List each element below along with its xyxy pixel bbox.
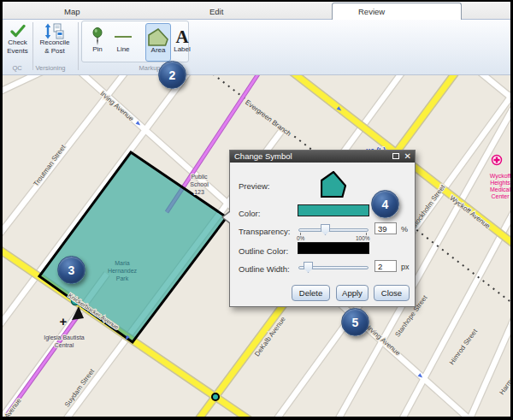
maximize-icon[interactable]: [392, 153, 399, 159]
callout-badge-2: 2: [158, 61, 186, 89]
svg-text:Heights: Heights: [490, 180, 510, 186]
svg-text:Hernandez: Hernandez: [108, 268, 138, 274]
close-icon[interactable]: ✕: [404, 151, 411, 163]
outline-width-value-input[interactable]: 2: [374, 260, 397, 272]
tab-map[interactable]: Map: [56, 4, 88, 20]
slider-min-label: 0%: [297, 235, 304, 241]
transparency-slider-thumb[interactable]: [321, 224, 330, 235]
svg-text:Park: Park: [116, 275, 129, 281]
tool-area[interactable]: Area: [145, 23, 171, 62]
check-events-button[interactable]: Check Events: [3, 21, 32, 55]
transparency-unit: %: [401, 225, 408, 234]
delete-button[interactable]: Delete: [292, 285, 330, 301]
svg-text:123: 123: [194, 189, 204, 195]
transparency-label: Transparency:: [239, 227, 290, 236]
tab-edit[interactable]: Edit: [201, 4, 232, 20]
svg-text:Medical: Medical: [490, 186, 510, 192]
dialog-titlebar[interactable]: Change Symbol ✕: [230, 151, 415, 163]
line-icon: [110, 23, 136, 45]
svg-text:Central: Central: [55, 342, 74, 348]
reconcile-post-icon: [34, 21, 75, 38]
callout-badge-3: 3: [57, 256, 86, 284]
slider-max-label: 100%: [356, 235, 370, 241]
symbol-preview: [321, 171, 346, 198]
church-label: Iglesia Bautista: [44, 334, 85, 341]
application-window: Map Edit Review Check Events QC: [0, 0, 513, 420]
outline-width-slider-thumb[interactable]: [304, 262, 313, 273]
close-button[interactable]: Close: [374, 285, 410, 301]
fill-color-swatch[interactable]: [298, 204, 369, 216]
street-label-troutman: Troutman Street: [32, 143, 68, 187]
tool-pin[interactable]: Pin: [85, 23, 110, 62]
tool-line[interactable]: Line: [110, 23, 136, 62]
tool-label[interactable]: A Label: [173, 23, 192, 62]
pin-icon: [85, 23, 110, 45]
svg-text:School: School: [190, 181, 209, 187]
station-dot: [212, 393, 219, 400]
markup-tool-panel: Pin Line Area A Label: [81, 21, 189, 62]
dialog-title: Change Symbol: [234, 151, 292, 161]
street-label-harman: Harman Street: [498, 355, 510, 396]
callout-badge-4: 4: [371, 190, 399, 218]
outline-width-unit: px: [401, 263, 410, 271]
transparency-slider[interactable]: [298, 228, 369, 232]
group-divider: [78, 22, 79, 70]
color-label: Color:: [239, 209, 260, 218]
group-divider: [32, 22, 33, 70]
ribbon-tab-row: Map Edit Review: [3, 2, 510, 20]
area-icon: [146, 24, 170, 46]
group-label-versioning: Versioning: [25, 64, 76, 72]
outline-color-swatch[interactable]: [298, 242, 369, 254]
tab-review[interactable]: Review: [332, 3, 462, 20]
preview-label: Preview:: [239, 181, 269, 191]
transparency-value-input[interactable]: 39: [374, 222, 397, 234]
park-label: Maria: [115, 260, 130, 266]
label-icon: A: [173, 23, 192, 45]
outline-width-label: Outline Width:: [239, 264, 290, 274]
rail-label-evergreen-branch: Evergreen Branch: [244, 98, 292, 138]
hospital-icon: [492, 156, 502, 165]
ribbon-toolbar: Check Events QC Reconcile & Post Version…: [3, 20, 510, 75]
outline-color-label: Outline Color:: [239, 246, 288, 256]
church-cross-icon: +: [60, 314, 68, 328]
change-symbol-dialog: Change Symbol ✕ Preview: Color: Transpar…: [229, 150, 416, 307]
school-label: Public: [191, 174, 208, 180]
apply-button[interactable]: Apply: [336, 285, 369, 301]
callout-badge-5: 5: [341, 308, 369, 336]
svg-text:Center: Center: [491, 193, 510, 199]
hospital-label: Wyckoff: [490, 173, 510, 180]
street-label-irving: Irving Avenue: [98, 90, 135, 123]
reconcile-post-button[interactable]: Reconcile & Post: [34, 21, 75, 55]
check-icon: [3, 21, 32, 38]
